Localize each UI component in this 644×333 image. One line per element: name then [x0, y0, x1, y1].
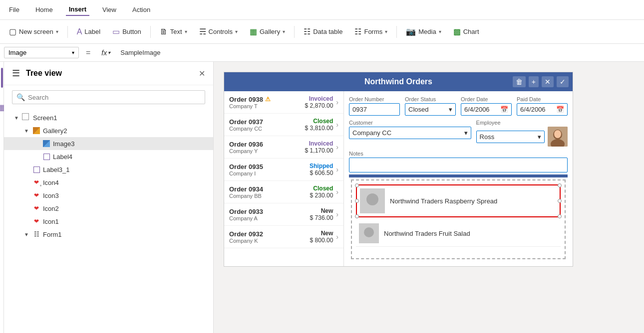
- screen-icon: [22, 113, 31, 122]
- controls-button[interactable]: ☴ Controls ▾: [194, 24, 243, 39]
- button-icon: ▭: [112, 27, 120, 36]
- media-button[interactable]: 📷 Media ▾: [401, 24, 446, 39]
- controls-icon: ☴: [199, 27, 206, 36]
- tree-item-form1[interactable]: ▼ ☷ Form1: [4, 228, 213, 241]
- status-0938: Invoiced: [305, 95, 333, 102]
- handle-br: [558, 214, 562, 218]
- order-date-input[interactable]: 6/4/2006 📅: [461, 103, 512, 116]
- tree-expand-icon3: [24, 193, 30, 198]
- tree-item-icon4[interactable]: ❤+ Icon4: [4, 176, 213, 189]
- accent-indicator: [1, 68, 3, 88]
- items-gallery: Northwind Traders Raspberry Spread North…: [351, 179, 566, 259]
- warning-icon-0938: ⚠: [265, 96, 271, 103]
- order-detail: Order Number 0937 Order Status Closed ▾ …: [344, 91, 573, 266]
- tree-item-icon1[interactable]: ❤ Icon1: [4, 215, 213, 228]
- text-chevron: ▾: [185, 29, 187, 34]
- order-list: Order 0938 ⚠ Company T Invoiced $ 2,870.…: [224, 91, 344, 266]
- search-icon: 🔍: [16, 93, 25, 101]
- gallery-icon: ▦: [250, 27, 257, 36]
- toolbar-separator-4: [396, 26, 397, 38]
- menu-file[interactable]: File: [6, 4, 22, 15]
- search-input[interactable]: [28, 94, 201, 101]
- order-item-0938[interactable]: Order 0938 ⚠ Company T Invoiced $ 2,870.…: [224, 91, 343, 114]
- menu-home[interactable]: Home: [32, 4, 56, 15]
- tree-expand-icon2: [24, 206, 30, 211]
- fruit-salad-image-svg: [359, 223, 379, 243]
- tree-item-screen1[interactable]: ▼ Screen1: [4, 111, 213, 124]
- order-item-0937[interactable]: Order 0937 Company CC Closed $ 3,810.00 …: [224, 114, 343, 136]
- handle-bl: [355, 214, 359, 218]
- formula-dropdown[interactable]: Image ▾: [4, 47, 79, 58]
- forms-icon: ☷: [354, 27, 361, 36]
- tree-item-icon3[interactable]: ❤ Icon3: [4, 189, 213, 202]
- icon3-icon: ❤: [32, 191, 41, 200]
- toolbar-separator-3: [294, 26, 295, 38]
- order-item-0936[interactable]: Order 0936 Company Y Invoiced $ 1,170.00…: [224, 136, 343, 159]
- new-screen-chevron: ▾: [56, 29, 58, 34]
- order-item-0932[interactable]: Order 0932 Company K New $ 800.00 ›: [224, 226, 343, 248]
- formula-fx-button[interactable]: fx ▾: [97, 49, 114, 57]
- notes-label: Notes: [349, 151, 568, 157]
- tree-expand-icon1: [24, 219, 30, 224]
- menu-view[interactable]: View: [99, 4, 119, 15]
- canvas[interactable]: Northwind Orders 🗑 + ✕ ✓ Order 0938: [214, 62, 644, 333]
- formula-bar: Image ▾ = fx ▾ SampleImage: [0, 44, 644, 62]
- tree-item-label3-1[interactable]: Label3_1: [4, 163, 213, 176]
- order-item-0935[interactable]: Order 0935 Company I Shipped $ 606.50 ›: [224, 159, 343, 181]
- tree-item-label4[interactable]: Label4: [4, 150, 213, 163]
- tree-label-label4: Label4: [53, 153, 72, 161]
- handle-mr: [558, 199, 562, 203]
- northwind-header: Northwind Orders 🗑 + ✕ ✓: [224, 72, 573, 91]
- text-button[interactable]: 🗎 Text ▾: [155, 25, 192, 39]
- tree-label-image3: Image3: [53, 140, 74, 148]
- order-item-0934[interactable]: Order 0934 Company BB Closed $ 230.00 ›: [224, 181, 343, 203]
- order-number-input[interactable]: 0937: [349, 103, 400, 116]
- header-add-btn[interactable]: +: [529, 76, 539, 87]
- handle-tl: [355, 183, 359, 187]
- employee-photo: [548, 127, 568, 147]
- notes-input[interactable]: [349, 158, 568, 172]
- tree-label-form1: Form1: [43, 231, 62, 238]
- menu-action[interactable]: Action: [129, 4, 153, 15]
- customer-select-chevron: ▾: [464, 129, 468, 137]
- tree-label-label3-1: Label3_1: [43, 166, 70, 173]
- order-status-group: Order Status Closed ▾: [405, 96, 456, 116]
- menu-insert[interactable]: Insert: [66, 3, 89, 16]
- media-chevron: ▾: [439, 29, 441, 34]
- label4-icon: [42, 152, 51, 161]
- order-item-0933[interactable]: Order 0933 Company A New $ 736.00 ›: [224, 203, 343, 226]
- gallery-img-fruit-salad: [359, 223, 379, 243]
- order-date-label: Order Date: [461, 96, 512, 102]
- button-button[interactable]: ▭ Button: [107, 24, 146, 39]
- forms-button[interactable]: ☷ Forms ▾: [349, 24, 392, 39]
- sidebar-header: ☰ Tree view ✕: [4, 62, 213, 85]
- status-0937: Closed: [305, 118, 333, 125]
- tree-expand-image3: [34, 141, 40, 147]
- status-select-chevron: ▾: [449, 106, 452, 113]
- order-number-group: Order Number 0937: [349, 96, 400, 116]
- chevron-0938: ›: [336, 98, 338, 106]
- tree-item-icon2[interactable]: ❤ Icon2: [4, 202, 213, 215]
- sidebar-menu-icon[interactable]: ☰: [12, 68, 20, 79]
- gallery-button[interactable]: ▦ Gallery ▾: [245, 24, 290, 39]
- order-status-select[interactable]: Closed ▾: [405, 103, 456, 116]
- gallery-item-raspberry[interactable]: Northwind Traders Raspberry Spread: [356, 184, 561, 217]
- header-check-btn[interactable]: ✓: [557, 76, 569, 87]
- employee-select[interactable]: Ross ▾: [476, 131, 545, 143]
- gallery-chevron: ▾: [283, 29, 285, 34]
- sidebar-close-button[interactable]: ✕: [199, 69, 205, 78]
- header-delete-btn[interactable]: 🗑: [513, 76, 526, 87]
- customer-select[interactable]: Company CC ▾: [349, 127, 471, 139]
- handle-ml: [355, 199, 359, 203]
- tree-label-gallery2: Gallery2: [43, 127, 67, 135]
- chart-button[interactable]: ▩ Chart: [448, 24, 484, 39]
- left-accent-bar: ▦: [0, 62, 4, 333]
- label-button[interactable]: A Label: [72, 25, 105, 39]
- gallery-item-fruit-salad[interactable]: Northwind Traders Fruit Salad: [356, 220, 561, 247]
- paid-date-input[interactable]: 6/4/2006 📅: [517, 103, 568, 116]
- data-table-button[interactable]: ☷ Data table: [299, 24, 347, 39]
- tree-item-gallery2[interactable]: ▼ Gallery2: [4, 124, 213, 137]
- tree-item-image3[interactable]: Image3: [4, 137, 213, 150]
- new-screen-button[interactable]: ▢ New screen ▾: [4, 24, 63, 39]
- header-close-btn[interactable]: ✕: [542, 76, 554, 87]
